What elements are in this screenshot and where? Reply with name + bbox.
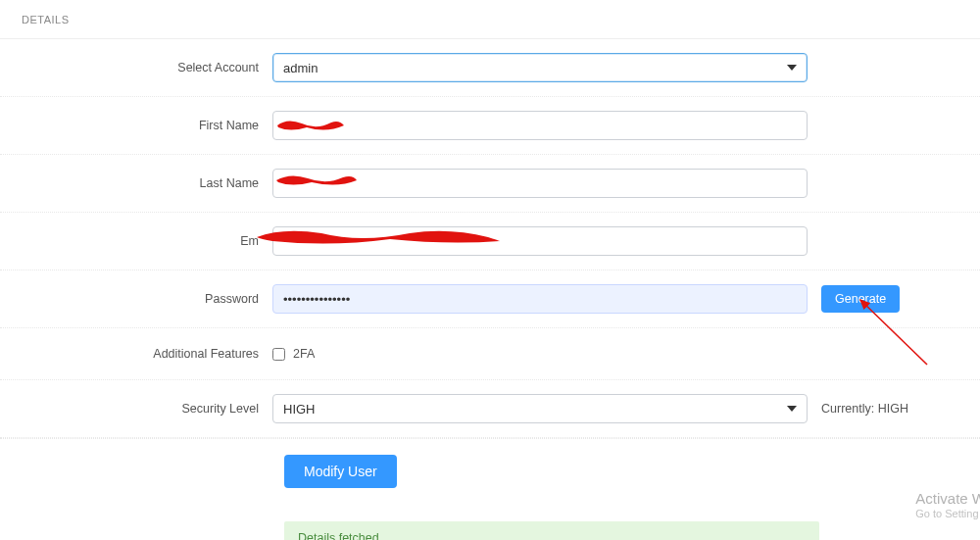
- watermark-sub: Go to Setting: [915, 508, 980, 520]
- 2fa-checkbox-wrap[interactable]: 2FA: [272, 347, 808, 361]
- generate-button[interactable]: Generate: [821, 285, 900, 313]
- row-first-name: First Name: [0, 96, 980, 155]
- select-account[interactable]: admin: [272, 53, 808, 82]
- row-additional-features: Additional Features 2FA: [0, 327, 980, 380]
- last-name-input[interactable]: [272, 169, 808, 198]
- section-title: DETAILS: [0, 0, 980, 39]
- row-last-name: Last Name: [0, 154, 980, 213]
- email-label: Em: [0, 234, 272, 248]
- email-input[interactable]: [272, 226, 808, 256]
- 2fa-checkbox[interactable]: [272, 348, 285, 361]
- watermark-title: Activate W: [915, 490, 980, 508]
- password-input[interactable]: [272, 284, 808, 314]
- status-message: Details fetched.: [284, 521, 819, 540]
- first-name-input[interactable]: [272, 111, 808, 140]
- activate-windows-watermark: Activate W Go to Setting: [915, 490, 980, 520]
- security-level-select[interactable]: HIGH: [272, 394, 808, 423]
- security-level-label: Security Level: [0, 402, 272, 416]
- 2fa-label: 2FA: [293, 347, 315, 361]
- row-email: Em: [0, 212, 980, 270]
- row-password: Password Generate: [0, 270, 980, 328]
- row-select-account: Select Account admin: [0, 38, 980, 97]
- last-name-label: Last Name: [0, 176, 272, 190]
- modify-user-button[interactable]: Modify User: [284, 455, 397, 488]
- row-security-level: Security Level HIGH Currently: HIGH: [0, 379, 980, 438]
- security-level-current: Currently: HIGH: [808, 402, 908, 416]
- first-name-label: First Name: [0, 119, 272, 132]
- password-label: Password: [0, 292, 272, 306]
- row-submit: Modify User: [0, 438, 980, 504]
- additional-features-label: Additional Features: [0, 347, 272, 361]
- select-account-label: Select Account: [0, 61, 272, 74]
